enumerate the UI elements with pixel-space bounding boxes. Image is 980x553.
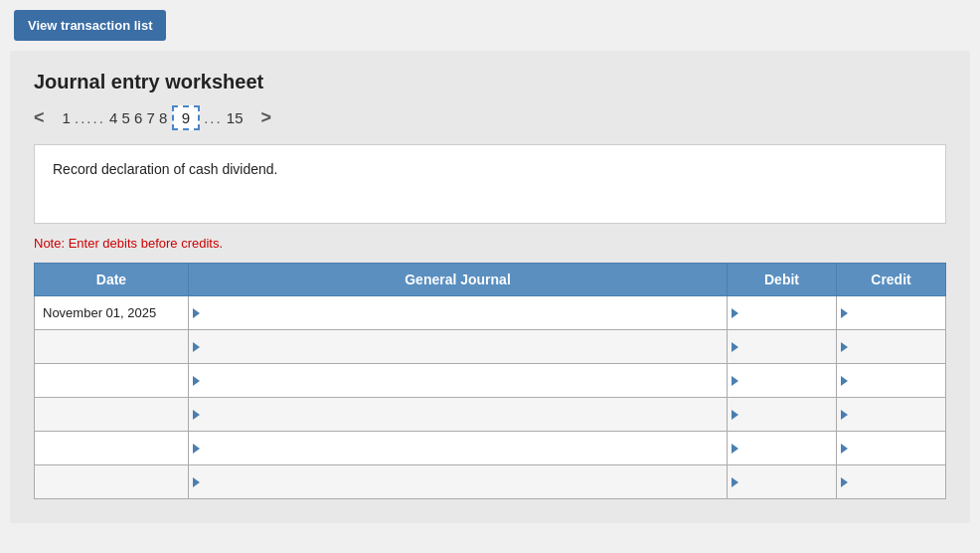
debit-input-0[interactable] <box>741 297 836 329</box>
table-row <box>35 364 946 398</box>
debit-cell-5[interactable] <box>728 465 837 499</box>
debit-arrow-4 <box>732 444 738 454</box>
credit-cell-1[interactable] <box>837 330 946 364</box>
debit-input-4[interactable] <box>741 433 836 464</box>
credit-arrow-0 <box>841 308 848 318</box>
debit-arrow-1 <box>732 342 738 352</box>
table-row: November 01, 2025 <box>35 296 946 330</box>
col-header-credit: Credit <box>837 264 946 296</box>
date-cell-0: November 01, 2025 <box>35 296 189 330</box>
date-cell-4 <box>35 432 189 465</box>
journal-arrow-0 <box>193 308 200 318</box>
credit-input-1[interactable] <box>851 331 945 363</box>
debit-input-1[interactable] <box>741 331 836 363</box>
note-text: Note: Enter debits before credits. <box>34 236 946 251</box>
debit-arrow-5 <box>732 477 738 487</box>
table-row <box>35 432 946 465</box>
journal-input-0[interactable] <box>203 297 727 329</box>
credit-arrow-5 <box>841 477 848 487</box>
credit-input-3[interactable] <box>851 399 945 431</box>
journal-arrow-1 <box>193 342 200 352</box>
top-bar: View transaction list <box>0 0 980 51</box>
journal-cell-3[interactable] <box>189 398 728 432</box>
page-num-4[interactable]: 4 <box>109 109 117 126</box>
credit-cell-4[interactable] <box>837 432 946 465</box>
debit-cell-3[interactable] <box>728 398 837 432</box>
debit-cell-2[interactable] <box>728 364 837 398</box>
credit-input-5[interactable] <box>851 466 945 498</box>
page-num-9[interactable]: 9 <box>172 105 200 130</box>
debit-cell-1[interactable] <box>728 330 837 364</box>
debit-cell-0[interactable] <box>728 296 837 330</box>
pagination-next[interactable]: > <box>261 107 272 128</box>
debit-input-3[interactable] <box>741 399 836 431</box>
page-num-15[interactable]: 15 <box>227 109 244 126</box>
debit-arrow-0 <box>732 308 738 318</box>
journal-cell-5[interactable] <box>189 465 728 499</box>
journal-input-2[interactable] <box>203 365 727 397</box>
page-num-1[interactable]: 1 <box>63 109 71 126</box>
date-cell-2 <box>35 364 189 398</box>
col-header-date: Date <box>35 264 189 296</box>
debit-arrow-2 <box>732 376 738 386</box>
col-header-journal: General Journal <box>189 264 728 296</box>
worksheet-container: Journal entry worksheet < 1 ..... 4 5 6 … <box>10 51 970 523</box>
page-num-8[interactable]: 8 <box>159 109 167 126</box>
journal-cell-4[interactable] <box>189 432 728 465</box>
journal-arrow-3 <box>193 410 200 420</box>
date-cell-5 <box>35 465 189 499</box>
page-num-7[interactable]: 7 <box>147 109 155 126</box>
credit-arrow-4 <box>841 444 848 454</box>
credit-input-0[interactable] <box>851 297 945 329</box>
page-ellipsis: ..... <box>75 109 105 126</box>
journal-input-3[interactable] <box>203 399 727 431</box>
table-header: Date General Journal Debit Credit <box>35 264 946 296</box>
journal-arrow-5 <box>193 477 200 487</box>
view-transactions-button[interactable]: View transaction list <box>14 10 166 41</box>
journal-cell-1[interactable] <box>189 330 728 364</box>
debit-cell-4[interactable] <box>728 432 837 465</box>
col-header-debit: Debit <box>728 264 837 296</box>
credit-input-4[interactable] <box>851 433 945 464</box>
journal-input-4[interactable] <box>203 433 727 464</box>
worksheet-title: Journal entry worksheet <box>34 71 946 93</box>
description-text: Record declaration of cash dividend. <box>53 161 277 177</box>
journal-input-5[interactable] <box>203 466 727 498</box>
debit-input-5[interactable] <box>741 466 836 498</box>
journal-table: Date General Journal Debit Credit Novemb… <box>34 263 946 499</box>
credit-input-2[interactable] <box>851 365 945 397</box>
journal-cell-0[interactable] <box>189 296 728 330</box>
debit-arrow-3 <box>732 410 738 420</box>
pagination: < 1 ..... 4 5 6 7 8 9 ... 15 > <box>34 107 946 128</box>
credit-arrow-2 <box>841 376 848 386</box>
credit-arrow-3 <box>841 410 848 420</box>
description-box: Record declaration of cash dividend. <box>34 144 946 224</box>
table-row <box>35 465 946 499</box>
credit-cell-2[interactable] <box>837 364 946 398</box>
journal-input-1[interactable] <box>203 331 727 363</box>
journal-cell-2[interactable] <box>189 364 728 398</box>
date-cell-3 <box>35 398 189 432</box>
page-num-5[interactable]: 5 <box>122 109 130 126</box>
credit-arrow-1 <box>841 342 848 352</box>
pagination-prev[interactable]: < <box>34 107 45 128</box>
credit-cell-5[interactable] <box>837 465 946 499</box>
table-row <box>35 330 946 364</box>
table-body: November 01, 2025 <box>35 296 946 499</box>
credit-cell-0[interactable] <box>837 296 946 330</box>
credit-cell-3[interactable] <box>837 398 946 432</box>
debit-input-2[interactable] <box>741 365 836 397</box>
page-num-6[interactable]: 6 <box>134 109 142 126</box>
journal-arrow-2 <box>193 376 200 386</box>
page-ellipsis: ... <box>204 109 223 126</box>
table-row <box>35 398 946 432</box>
date-cell-1 <box>35 330 189 364</box>
journal-arrow-4 <box>193 444 200 454</box>
